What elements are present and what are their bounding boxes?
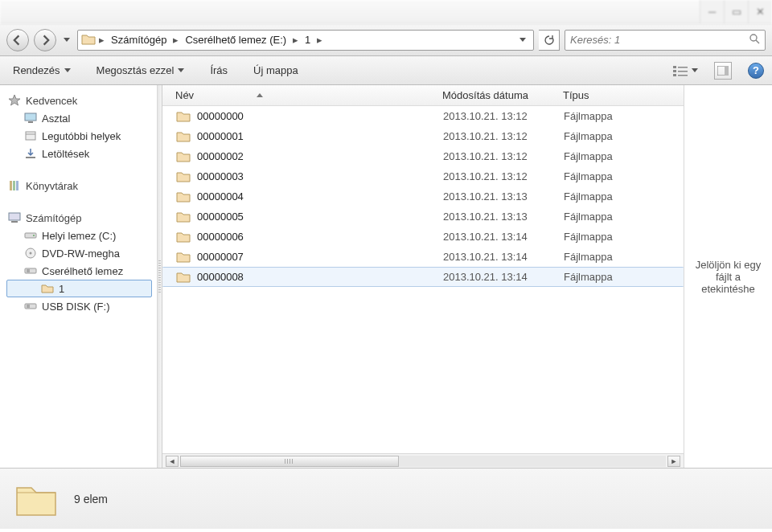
arrow-right-icon <box>39 35 51 46</box>
tree-removable-disk-e[interactable]: Cserélhető lemez <box>6 262 157 280</box>
column-header-row: Név Módosítás dátuma Típus <box>162 85 684 106</box>
breadcrumb-computer[interactable]: Számítógép <box>108 34 170 46</box>
svg-rect-12 <box>26 157 35 158</box>
file-row[interactable]: 000000082013.10.21. 13:14Fájlmappa <box>162 267 684 287</box>
address-bar[interactable]: ▸ Számítógép ▸ Cserélhető lemez (E:) ▸ 1… <box>77 30 534 51</box>
view-mode-button[interactable] <box>672 64 698 77</box>
file-row[interactable]: 000000002013.10.21. 13:12Fájlmappa <box>162 106 684 126</box>
tree-local-disk-c[interactable]: Helyi lemez (C:) <box>6 227 157 244</box>
column-header-type[interactable]: Típus <box>563 89 684 101</box>
folder-icon <box>176 190 191 203</box>
file-row[interactable]: 000000072013.10.21. 13:14Fájlmappa <box>162 247 684 267</box>
folder-icon <box>176 150 191 163</box>
file-date: 2013.10.21. 13:14 <box>443 231 564 243</box>
maximize-button[interactable]: ▭ <box>724 0 748 23</box>
content-pane: Név Módosítás dátuma Típus 000000002013.… <box>162 85 772 468</box>
scroll-track[interactable] <box>180 456 666 467</box>
column-header-date[interactable]: Módosítás dátuma <box>442 89 563 101</box>
arrow-left-icon <box>12 35 23 46</box>
tree-item-label: DVD-RW-megha <box>42 248 120 260</box>
file-type: Fájlmappa <box>564 251 683 263</box>
svg-rect-25 <box>27 305 30 308</box>
file-type: Fájlmappa <box>564 170 683 182</box>
scroll-thumb[interactable] <box>180 456 399 467</box>
tree-desktop[interactable]: Asztal <box>6 109 157 127</box>
minimize-button[interactable]: ─ <box>700 0 724 23</box>
file-date: 2013.10.21. 13:13 <box>443 190 564 203</box>
star-icon <box>8 94 21 107</box>
navigation-tree: Kedvencek Asztal Legutóbbi helyek Letölt… <box>0 85 158 468</box>
file-row[interactable]: 000000042013.10.21. 13:13Fájlmappa <box>162 186 684 207</box>
folder-icon <box>176 170 191 183</box>
preview-pane-button[interactable] <box>714 62 732 80</box>
forward-button[interactable] <box>34 29 56 51</box>
tree-item-label: Asztal <box>42 113 70 125</box>
file-date: 2013.10.21. 13:14 <box>443 271 564 283</box>
file-type: Fájlmappa <box>564 130 683 142</box>
computer-icon <box>8 211 21 224</box>
file-type: Fájlmappa <box>564 211 683 223</box>
tree-item-label: Könyvtárak <box>26 180 78 192</box>
column-header-name[interactable]: Név <box>175 89 442 101</box>
breadcrumb-separator-icon[interactable]: ▸ <box>97 34 106 46</box>
svg-rect-17 <box>11 221 18 223</box>
burn-button[interactable]: Írás <box>205 61 232 80</box>
removable-drive-icon <box>24 300 37 313</box>
folder-large-icon <box>14 480 58 518</box>
tree-libraries[interactable]: Könyvtárak <box>6 177 157 194</box>
status-item-count: 9 elem <box>74 493 108 505</box>
refresh-button[interactable] <box>539 30 560 51</box>
file-row[interactable]: 000000022013.10.21. 13:12Fájlmappa <box>162 146 684 166</box>
scroll-left-button[interactable]: ◄ <box>166 456 179 467</box>
breadcrumb-folder-1[interactable]: 1 <box>302 34 314 46</box>
file-name: 00000007 <box>197 251 244 263</box>
tree-recent-places[interactable]: Legutóbbi helyek <box>6 127 157 145</box>
new-folder-button[interactable]: Új mappa <box>248 61 303 80</box>
downloads-icon <box>24 147 37 160</box>
file-row[interactable]: 000000032013.10.21. 13:12Fájlmappa <box>162 166 684 186</box>
disc-icon <box>24 247 37 260</box>
preview-hint-text: Jelöljön ki egy fájlt a etekintéshe <box>689 259 767 295</box>
file-type: Fájlmappa <box>564 150 683 162</box>
preview-pane-icon <box>717 66 729 76</box>
tree-downloads[interactable]: Letöltések <box>6 145 157 162</box>
back-button[interactable] <box>6 29 29 51</box>
folder-icon <box>176 211 191 223</box>
svg-rect-13 <box>10 181 12 190</box>
tree-usb-disk-f[interactable]: USB DISK (F:) <box>6 297 157 315</box>
horizontal-scrollbar[interactable]: ◄ ► <box>162 453 684 468</box>
help-button[interactable]: ? <box>748 63 764 79</box>
svg-rect-1 <box>673 66 676 68</box>
svg-rect-4 <box>678 71 688 72</box>
svg-rect-16 <box>9 213 20 220</box>
file-row[interactable]: 000000012013.10.21. 13:12Fájlmappa <box>162 126 684 146</box>
folder-icon <box>176 271 191 284</box>
search-placeholder: Keresés: 1 <box>570 34 620 46</box>
scroll-right-button[interactable]: ► <box>667 456 680 467</box>
tree-computer[interactable]: Számítógép <box>6 209 157 227</box>
share-with-button[interactable]: Megosztás ezzel <box>92 61 190 80</box>
recent-icon <box>24 129 37 142</box>
breadcrumb-separator-icon[interactable]: ▸ <box>171 34 180 46</box>
file-row[interactable]: 000000062013.10.21. 13:14Fájlmappa <box>162 227 684 247</box>
breadcrumb-drive-e[interactable]: Cserélhető lemez (E:) <box>182 34 290 46</box>
file-row[interactable]: 000000052013.10.21. 13:13Fájlmappa <box>162 207 684 227</box>
file-type: Fájlmappa <box>564 231 683 243</box>
breadcrumb-separator-icon[interactable]: ▸ <box>291 34 300 46</box>
breadcrumb-separator-icon[interactable]: ▸ <box>315 34 324 46</box>
svg-point-21 <box>30 252 32 255</box>
file-list-pane: Név Módosítás dátuma Típus 000000002013.… <box>162 85 684 468</box>
svg-rect-11 <box>26 132 35 140</box>
tree-favorites[interactable]: Kedvencek <box>6 92 157 109</box>
tree-dvd-rw[interactable]: DVD-RW-megha <box>6 244 157 262</box>
tree-folder-1[interactable]: 1 <box>6 280 152 297</box>
organize-button[interactable]: Rendezés <box>8 61 76 80</box>
address-dropdown-button[interactable] <box>515 38 530 42</box>
file-name: 00000002 <box>197 150 244 162</box>
file-date: 2013.10.21. 13:13 <box>443 211 564 223</box>
history-dropdown-button[interactable] <box>61 29 72 51</box>
svg-rect-2 <box>678 67 688 68</box>
search-input[interactable]: Keresés: 1 <box>565 30 766 51</box>
close-button[interactable]: ✕ <box>748 0 772 23</box>
tree-item-label: Letöltések <box>42 148 89 160</box>
